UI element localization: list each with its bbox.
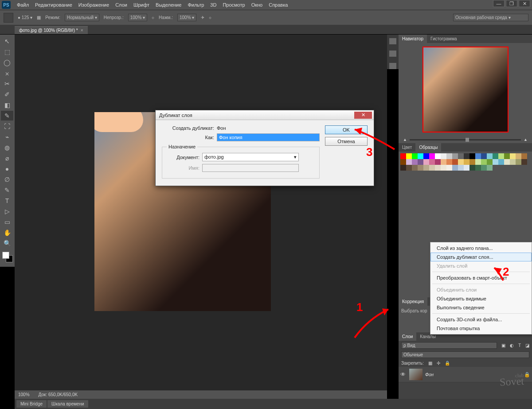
swatch[interactable] bbox=[464, 153, 469, 159]
brush-tool[interactable]: ✎ bbox=[1, 111, 13, 121]
swatch[interactable] bbox=[475, 165, 481, 171]
opacity-pressure-icon[interactable]: ⟐ bbox=[152, 15, 154, 20]
context-menu-item[interactable]: Создать дубликат слоя... bbox=[430, 253, 532, 261]
swatch[interactable] bbox=[481, 153, 487, 159]
magic-wand-tool[interactable]: ⨉ bbox=[1, 68, 13, 78]
shape-tool[interactable]: ▭ bbox=[1, 217, 13, 227]
eyedropper-tool[interactable]: ✐ bbox=[1, 90, 13, 99]
swatch[interactable] bbox=[435, 165, 441, 171]
zoom-readout[interactable]: 100% bbox=[18, 392, 30, 397]
layer-filter-icon[interactable]: ▣ bbox=[501, 343, 505, 348]
blur-tool[interactable]: ● bbox=[1, 164, 13, 174]
workspace-dropdown[interactable]: Основная рабочая среда ▾ bbox=[453, 14, 528, 21]
opacity-dropdown[interactable]: 100% ▾ bbox=[128, 14, 147, 21]
swatch[interactable] bbox=[452, 165, 458, 171]
swatch[interactable] bbox=[510, 159, 516, 165]
window-restore-button[interactable]: ❐ bbox=[506, 0, 517, 7]
brush-panel-toggle-icon[interactable]: ▦ bbox=[37, 15, 41, 20]
type-tool[interactable]: T bbox=[1, 196, 13, 206]
swatch[interactable] bbox=[441, 165, 446, 171]
swatch[interactable] bbox=[464, 159, 469, 165]
blend-mode-dropdown[interactable]: Нормальный ▾ bbox=[65, 14, 99, 21]
menu-filter[interactable]: Фильтр bbox=[188, 2, 204, 8]
context-menu-item[interactable]: Почтовая открытка bbox=[430, 324, 532, 333]
menu-select[interactable]: Выделение bbox=[156, 2, 181, 8]
swatch[interactable] bbox=[481, 165, 487, 171]
context-menu-item[interactable]: Выполнить сведение bbox=[430, 303, 532, 312]
swatch[interactable] bbox=[487, 159, 493, 165]
swatch[interactable] bbox=[469, 153, 475, 159]
swatch[interactable] bbox=[435, 159, 441, 165]
swatch[interactable] bbox=[487, 153, 493, 159]
swatch[interactable] bbox=[493, 159, 498, 165]
context-menu-item[interactable]: Объединить видимые bbox=[430, 294, 532, 303]
swatch[interactable] bbox=[418, 165, 423, 171]
swatch[interactable] bbox=[498, 159, 504, 165]
swatch[interactable] bbox=[406, 159, 412, 165]
move-tool[interactable]: ↖ bbox=[1, 36, 13, 46]
swatch[interactable] bbox=[418, 159, 423, 165]
lasso-tool[interactable]: ◯ bbox=[1, 58, 13, 67]
swatch[interactable] bbox=[423, 153, 429, 159]
lock-position-icon[interactable]: ✢ bbox=[437, 361, 440, 366]
path-selection-tool[interactable]: ▷ bbox=[1, 206, 13, 216]
swatch[interactable] bbox=[446, 165, 452, 171]
context-menu-item[interactable]: Создать 3D-слой из файла... bbox=[430, 315, 532, 324]
swatch[interactable] bbox=[441, 153, 446, 159]
swatch[interactable] bbox=[475, 153, 481, 159]
swatch[interactable] bbox=[458, 153, 464, 159]
swatch[interactable] bbox=[429, 153, 435, 159]
menu-view[interactable]: Просмотр bbox=[223, 2, 245, 8]
swatch[interactable] bbox=[441, 159, 446, 165]
window-close-button[interactable]: ✕ bbox=[519, 0, 530, 7]
history-brush-tool[interactable]: ⌁ bbox=[1, 132, 13, 142]
menu-window[interactable]: Окно bbox=[251, 2, 263, 8]
swatch[interactable] bbox=[412, 153, 418, 159]
tab-timeline[interactable]: Шкала времени bbox=[47, 400, 88, 408]
swatch[interactable] bbox=[452, 153, 458, 159]
context-menu-item[interactable]: Слой из заднего плана... bbox=[430, 244, 532, 253]
tab-mini-bridge[interactable]: Mini Bridge bbox=[16, 400, 47, 408]
swatch[interactable] bbox=[452, 159, 458, 165]
swatch[interactable] bbox=[400, 159, 406, 165]
swatch[interactable] bbox=[516, 159, 521, 165]
swatch[interactable] bbox=[504, 159, 510, 165]
menu-3d[interactable]: 3D bbox=[210, 2, 216, 8]
swatch[interactable] bbox=[400, 165, 406, 171]
color-swatch-control[interactable] bbox=[1, 252, 14, 265]
crop-tool[interactable]: ✂ bbox=[1, 79, 13, 89]
swatch[interactable] bbox=[475, 159, 481, 165]
tab-color[interactable]: Цвет bbox=[399, 143, 415, 152]
layer-filter-icon[interactable]: ◐ bbox=[510, 343, 514, 348]
layer-filter-combo[interactable]: ρ Вид bbox=[401, 342, 497, 349]
canvas-area[interactable] bbox=[15, 35, 387, 390]
swatch[interactable] bbox=[429, 165, 435, 171]
collapsed-panel-icon[interactable] bbox=[389, 51, 396, 57]
lock-all-icon[interactable]: 🔒 bbox=[445, 361, 450, 366]
swatch[interactable] bbox=[406, 153, 412, 159]
tab-swatches[interactable]: Образцы bbox=[415, 143, 441, 152]
tab-layers[interactable]: Слои bbox=[399, 332, 416, 341]
swatch[interactable] bbox=[510, 153, 516, 159]
cancel-button[interactable]: Отмена bbox=[325, 137, 368, 146]
tablet-pressure-icon[interactable]: ⟐ bbox=[209, 15, 211, 20]
swatch[interactable] bbox=[464, 165, 469, 171]
destination-doc-combo[interactable]: фото.jpg▾ bbox=[202, 153, 299, 161]
swatch[interactable] bbox=[418, 153, 423, 159]
swatch[interactable] bbox=[400, 153, 406, 159]
ok-button[interactable]: OK bbox=[325, 125, 368, 134]
swatch[interactable] bbox=[412, 159, 418, 165]
visibility-icon[interactable]: 👁 bbox=[400, 371, 407, 378]
swatch[interactable] bbox=[412, 165, 418, 171]
lock-pixels-icon[interactable]: ▦ bbox=[428, 361, 432, 366]
swatch[interactable] bbox=[458, 165, 464, 171]
eraser-tool[interactable]: ◍ bbox=[1, 143, 13, 152]
collapsed-panel-icon[interactable] bbox=[389, 38, 396, 44]
dialog-close-button[interactable]: ✕ bbox=[354, 112, 372, 119]
tab-navigator[interactable]: Навигатор bbox=[399, 35, 427, 43]
tab-histogram[interactable]: Гистограмма bbox=[427, 35, 461, 43]
context-menu-item[interactable]: Преобразовать в смарт-объект bbox=[430, 273, 532, 282]
airbrush-icon[interactable]: ✈ bbox=[201, 15, 204, 20]
swatch[interactable] bbox=[406, 165, 412, 171]
swatch[interactable] bbox=[423, 159, 429, 165]
